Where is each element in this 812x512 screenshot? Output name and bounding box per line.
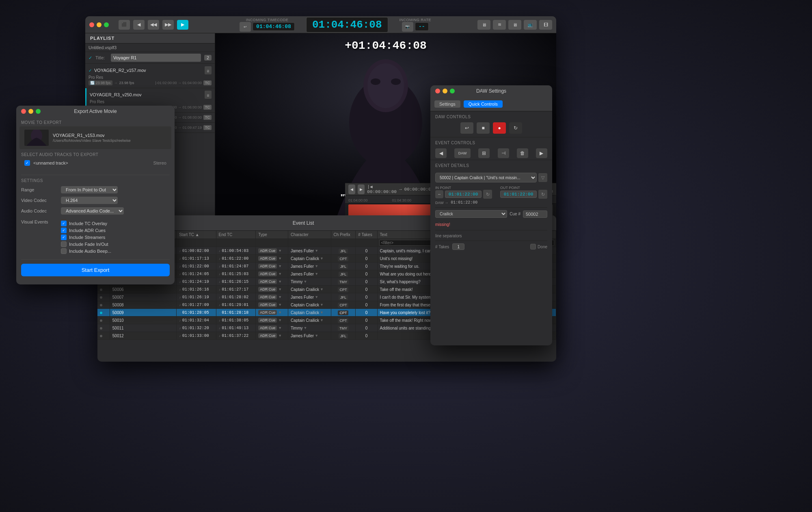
cell-sel-5 <box>97 286 110 293</box>
cell-end-5: ♪ 01:01:27:17 <box>216 286 256 293</box>
start-export-button[interactable]: Start Export <box>21 264 170 276</box>
start-tc-icon-3: ♪ <box>179 272 181 276</box>
character-select[interactable]: Crailick <box>435 210 507 218</box>
cell-end-9: ♪ 01:01:38:05 <box>216 317 256 324</box>
rewind-button[interactable]: ◀◀ <box>148 20 159 30</box>
start-tc-icon-2: ♪ <box>179 265 181 268</box>
in-point-input[interactable] <box>445 191 482 198</box>
audio-track-checkbox[interactable]: ✓ <box>24 160 30 166</box>
tc-sync-icon[interactable]: ↩ <box>240 22 251 32</box>
prev-button[interactable]: ◀ <box>133 20 145 30</box>
prefix-badge-8: CPT <box>338 310 348 315</box>
daw-quick-controls-tab[interactable]: Quick Controls <box>464 100 503 108</box>
cell-takes-2: 0 <box>356 263 377 270</box>
audio-codec-select[interactable]: Advanced Audio Code... <box>61 207 124 215</box>
char-arrow-11: ▼ <box>315 334 318 338</box>
cell-type-6: ADR Cue ▼ <box>256 293 288 301</box>
daw-stop-btn[interactable]: ■ <box>477 122 490 134</box>
main-minimize-button[interactable] <box>97 22 102 27</box>
out-point-label: Out Point <box>500 186 547 190</box>
rate-cam-icon[interactable]: 📷 <box>402 22 413 32</box>
in-point-refresh-btn[interactable]: ↻ <box>483 190 492 199</box>
tl-prev-btn[interactable]: ◀ <box>348 184 355 194</box>
title-input[interactable] <box>111 54 201 62</box>
cb-tc-overlay-box[interactable]: ✓ <box>61 221 67 226</box>
col-char: Character <box>288 231 331 239</box>
char-name-0: James Fuller <box>291 249 314 253</box>
char-arrow-5: ▼ <box>320 287 324 291</box>
daw-minimize[interactable] <box>443 89 447 93</box>
cell-char-3: James Fuller ▼ <box>288 270 331 278</box>
takes-value: 1 <box>452 243 464 250</box>
export-content: Movie to Export VOYAGER_R1_v153.mov /Use… <box>16 120 175 276</box>
event-prev-btn[interactable]: ◀ <box>435 148 447 158</box>
done-cb-box[interactable] <box>530 244 536 249</box>
cell-takes-5: 0 <box>356 286 377 293</box>
main-fullscreen-button[interactable] <box>104 22 109 27</box>
main-close-button[interactable] <box>89 22 94 27</box>
prefix-badge-7: CPT <box>338 303 348 308</box>
play-button[interactable]: ▶ <box>177 20 188 30</box>
daw-close[interactable] <box>435 89 440 93</box>
event-trim-btn[interactable]: ⊣ <box>498 148 509 158</box>
char-name-4: Timmy <box>291 280 303 284</box>
playlist-item-0-codec: Pro Res <box>89 75 212 80</box>
cb-adr-cues-label: Include ADR Cues <box>69 228 106 233</box>
cb-beep-box[interactable] <box>61 248 67 254</box>
cb-tc-overlay: ✓ Include TC Overlay <box>61 221 111 226</box>
event-daw-btn[interactable]: DAW <box>454 148 471 158</box>
col-start: Start TC ▲ <box>176 231 216 239</box>
daw-undo-btn[interactable]: ↩ <box>460 122 473 134</box>
cell-takes-8: 0 <box>356 309 377 317</box>
event-next-btn[interactable]: ▶ <box>536 148 547 158</box>
video-icon[interactable]: 🎞 <box>539 20 552 30</box>
in-point-link-btn[interactable]: ↔ <box>435 190 443 198</box>
movie-path: /Users/flo/Movies/Video Slave Testclips/… <box>53 139 131 143</box>
cell-cue-11: 50012 <box>110 332 176 340</box>
event-grid-btn[interactable]: ⊞ <box>478 148 490 158</box>
cell-start-2: ♪ 01:01:22:00 <box>176 263 216 270</box>
cell-sel-10 <box>97 324 110 332</box>
cb-streamers-box[interactable]: ✓ <box>61 234 67 240</box>
cell-type-10: ADR Cue ▼ <box>256 324 288 332</box>
cb-adr-cues-box[interactable]: ✓ <box>61 228 67 233</box>
daw-fullscreen[interactable] <box>450 89 455 93</box>
cell-end-1: ♪ 01:01:22:00 <box>216 255 256 263</box>
cell-sel-8 <box>97 309 110 317</box>
out-point-refresh-btn[interactable]: ↻ <box>538 190 547 199</box>
export-minimize[interactable] <box>28 109 33 114</box>
display-icon[interactable]: 🖥 <box>508 20 521 30</box>
range-select[interactable]: From In Point to Out <box>61 186 118 193</box>
type-badge-9: ADR Cue <box>258 318 277 323</box>
monitor-icon[interactable]: ⬛ <box>119 20 130 30</box>
tl-next-btn[interactable]: ▶ <box>358 184 365 194</box>
daw-record-btn[interactable]: ● <box>493 122 506 134</box>
monitor2-icon[interactable]: 📺 <box>524 20 537 30</box>
event-select[interactable]: 50002 | Captain Crailick | "Unit's not m… <box>435 173 537 182</box>
dot-9 <box>100 319 102 322</box>
video-codec-select[interactable]: H.264 <box>61 197 118 204</box>
export-fullscreen[interactable] <box>36 109 41 114</box>
type-badge-8: ADR Cue <box>258 310 277 315</box>
cell-end-11: ♪ 01:01:37:22 <box>216 332 256 340</box>
daw-settings-tab[interactable]: Settings <box>434 100 460 108</box>
event-list-title: Event List <box>293 220 314 226</box>
event-details-label: Event Details <box>430 160 552 169</box>
event-filter-btn[interactable]: ▽ <box>538 173 547 182</box>
daw-loop-btn[interactable]: ↻ <box>509 122 522 134</box>
playlist-item-0[interactable]: ✓ VOYAGER_R2_v157.mov 🖥 Pro Res 🔃 23.98 … <box>85 64 215 88</box>
cb-fade-box[interactable] <box>61 241 67 247</box>
cue-num-input[interactable] <box>523 210 547 218</box>
export-close[interactable] <box>21 109 26 114</box>
event-delete-btn[interactable]: 🗑 <box>517 148 528 158</box>
range-label: Range <box>21 187 58 192</box>
audio-track-row: ✓ <unnamed track> Stereo <box>19 158 171 167</box>
screen-icon[interactable]: 🖥 <box>477 20 490 30</box>
cell-start-6: ♪ 01:01:26:19 <box>176 293 216 301</box>
cell-prefix-5: CPT <box>331 286 356 293</box>
waveform-icon[interactable]: ≋ <box>493 20 506 30</box>
out-point-input[interactable] <box>500 191 537 198</box>
type-arrow-6: ▼ <box>278 295 282 299</box>
export-title: Export Active Movie <box>74 108 117 114</box>
forward-button[interactable]: ▶▶ <box>162 20 174 30</box>
